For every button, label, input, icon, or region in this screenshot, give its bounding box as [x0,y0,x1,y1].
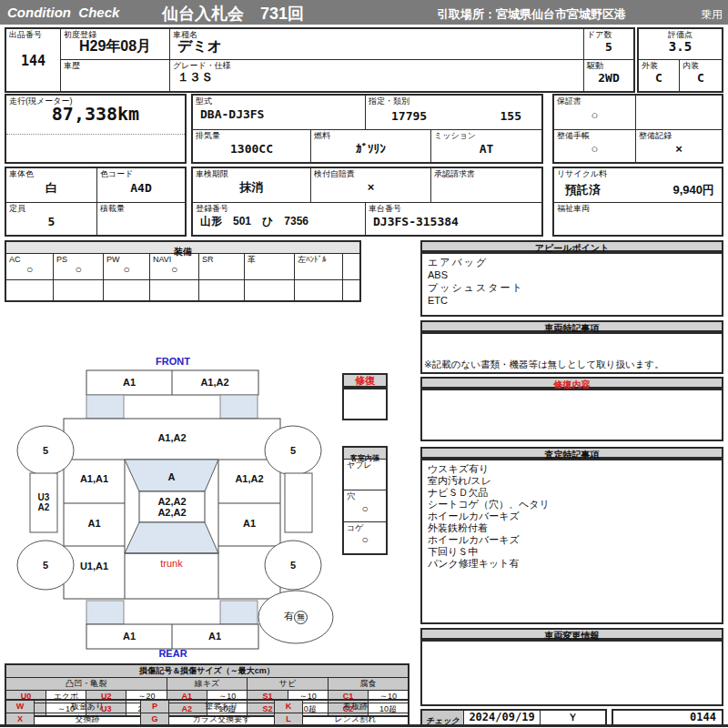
lot-number-label: 出品番号 [6,29,60,40]
cabin-row-label: 穴 [344,490,386,501]
doors-cell: ドア数 5 [584,29,633,60]
model-name-cell: 車種名 デミオ [170,29,584,60]
rear-bumper-left-mark: A1 [89,631,169,642]
auction-title: 仙台入札会 731回 [162,3,304,25]
mission-value: AT [431,142,541,156]
first-registration-value: H29年08月 [61,39,169,53]
cabin-row-mark: ○ [344,502,386,516]
interior-grade-label: 内装 [680,60,722,71]
rear-bumper-right-mark: A1 [173,631,257,642]
load-cell: 積載量 [97,203,185,235]
left-headlight-shape [86,395,124,419]
registration-number-value: 山形 501 ひ 7356 [193,215,365,228]
hood-mark: A1,A2 [64,432,280,443]
cabin-row-label: ヤブレ [344,460,386,470]
inspection-cell: 車検期限 抹消 [193,168,311,203]
vehicle-notes-footer: ※記載のない書類・機器等は無しとして取り扱います。 [424,359,664,371]
legend-group-rust: サビ [248,678,329,691]
cabin-row-hole: 穴 ○ [344,490,386,522]
assessment-item: 室内汚れ/スレ [422,475,722,487]
inspection-value: 抹消 [193,180,310,194]
brand-logo: Condition Check [7,5,119,20]
documents-box: 保証書 ○ 整備手帳 ○ 整備記録 × [552,94,723,164]
assessment-body: ウスキズ有り 室内汚れ/スレ ナビＳＤ欠品 シートコゲ（穴）、ヘタリ ホイールカ… [420,459,723,624]
lot-number-cell: 出品番号 144 [6,29,61,91]
color-code-value: A4D [97,181,185,195]
doors-label: ドア数 [584,29,633,40]
welfare-label: 福祉車両 [554,203,722,214]
trunk-label: trunk [125,558,218,569]
engine-box: 型式 DBA-DJ3FS 指定・類別 17795 155 排気量 1300CC … [191,94,543,164]
model-code-cell: 型式 DBA-DJ3FS [193,96,366,130]
equipment-empty-cell [295,280,343,301]
equipment-cell-navi: NAVI ○ [150,254,199,279]
maintenance-record-cell: 整備記録 × [636,130,722,162]
history-cell: 車歴 [61,60,170,91]
equipment-cell-blank [343,254,359,279]
vehicle-class: 乗用 [701,7,723,23]
left-side-mark-line2: A2 [30,502,57,512]
score-box: 評価点 3.5 外装 C 内装 C [637,27,723,93]
cabin-row-mark: ○ [344,533,386,547]
equipment-mark: ○ [104,263,149,277]
body-color-value: 白 [6,181,96,195]
score-cell: 評価点 3.5 [639,29,722,60]
exterior-grade-label: 外装 [639,60,679,71]
check-label-cell: チェック [422,711,464,724]
assessment-item: ナビＳＤ欠品 [422,487,722,499]
score-value: 3.5 [639,40,722,54]
auction-condition-sheet: Condition Check 仙台入札会 731回 引取場所：宮城県仙台市宮城… [0,0,728,728]
legend-group-corrosion: 腐食 [328,678,409,691]
fuel-value: ｶﾞｿﾘﾝ [311,142,430,156]
right-fender-mark: A1,A2 [218,473,280,484]
equipment-table: 装備 AC ○ PS ○ PW ○ NAVI ○ SR 革 左ﾊﾝﾄﾞﾙ [5,240,361,302]
interior-grade-value: C [680,71,722,85]
equipment-mark: ○ [6,263,53,277]
legend-code: W [5,700,35,713]
insurance-value: × [311,180,430,194]
change-info-header: 車両変更情報 [420,628,723,640]
insurance-label: 検付自賠責 [311,168,430,179]
class-number-value: 155 [500,109,521,123]
legend-code: K [275,700,303,713]
right-side-box-shape [285,473,312,532]
fuel-cell: 燃料 ｶﾞｿﾘﾝ [311,130,431,162]
equipment-empty-cell [6,280,54,301]
grade-cell: グレード・仕様 １３Ｓ [170,60,584,91]
mission-label: ミッション [431,130,541,141]
welfare-cell: 福祉車両 [554,203,722,235]
warranty-cell: 保証書 ○ [554,96,636,130]
check-date-cell: 2024/09/19 [464,711,541,724]
equipment-empty-cell [245,280,295,301]
appeal-item: ABS [422,268,722,281]
equipment-cell-ac: AC ○ [6,254,54,279]
cabin-interior-header: 客室内張 [344,448,386,460]
front-bumper-right-mark: A1,A2 [173,377,257,388]
equipment-empty-cell [150,280,199,301]
front-right-wheel-mark: 5 [279,445,307,456]
model-name-value: デミオ [170,39,583,53]
cabin-row-tear: ヤブレ [344,460,386,490]
assessment-item: シートコゲ（穴）、ヘタリ [422,499,722,511]
type-number-value: 17795 [391,109,427,123]
exterior-grade-value: C [639,71,679,85]
chassis-number-label: 車台番号 [366,203,541,214]
drive-label: 駆動 [584,60,633,71]
displacement-cell: 排気量 1300CC [193,130,311,162]
mileage-value: 87,338km [6,107,185,121]
assessment-item: 外装鉄粉付着 [422,522,722,534]
registration-box: 車検期限 抹消 検付自賠責 × 承認請求書 登録番号 山形 501 ひ 7356… [191,167,543,237]
doors-value: 5 [584,40,633,54]
body-color-cell: 車体色 白 [6,168,97,203]
repair-content-body [420,389,723,441]
change-info-body [420,640,723,706]
interior-grade-cell: 内装 C [680,60,722,91]
left-side-mark-line1: U3 [30,492,57,502]
assessment-item: 下回りＳ中 [422,546,722,558]
right-headlight-shape [220,395,258,419]
registration-number-label: 登録番号 [193,203,365,214]
equipment-empty-cell [199,280,245,301]
identity-box: 出品番号 144 初度登録 H29年08月 車歴 車種名 デミオ グレード・仕様… [5,27,635,93]
recycle-box: リサイクル料 預託済 9,940円 福祉車両 [552,167,723,237]
color-code-cell: 色コード A4D [97,168,185,203]
